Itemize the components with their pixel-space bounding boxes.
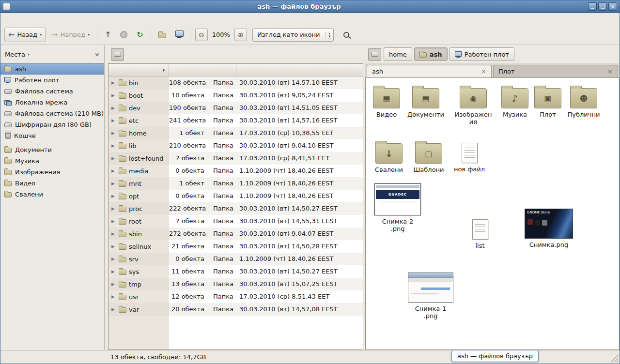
table-row[interactable]: srv 0 обекта Папка 1.10.2009 (чт) 18,40,… [108, 253, 363, 265]
sidebar-item[interactable]: Изображения [0, 167, 104, 178]
column-header[interactable] [169, 64, 209, 76]
path-button[interactable]: ash [414, 47, 448, 61]
icon-view-item[interactable]: GNOME Store Снимка.png [524, 209, 574, 248]
view-mode-select[interactable]: Изглед като икони [252, 28, 334, 42]
icon-view-item[interactable]: GUADEC Снимка-2.png [372, 183, 423, 232]
combo-spinner-icon[interactable] [325, 32, 331, 38]
search-button[interactable] [339, 28, 354, 42]
minimize-button[interactable] [588, 2, 597, 11]
icon-view-item[interactable]: Шаблони [409, 139, 448, 173]
sidebar-close-icon[interactable] [94, 51, 100, 58]
expander-icon[interactable] [111, 143, 116, 148]
table-row[interactable]: sys 11 обекта Папка 30.03.2010 (вт) 14,5… [108, 265, 363, 278]
expander-icon[interactable] [111, 244, 116, 249]
back-dropdown-icon[interactable] [40, 32, 42, 37]
table-row[interactable]: sbin 272 обекта Папка 30.03.2010 (вт) 9,… [108, 228, 363, 240]
sidebar-item[interactable]: Свалени [0, 189, 104, 200]
table-row[interactable]: home 1 обект Папка 17.03.2010 (ср) 10,38… [108, 127, 363, 139]
path-button[interactable]: home [384, 47, 412, 61]
expander-icon[interactable] [111, 206, 116, 211]
menu-item[interactable] [2, 17, 11, 20]
icon-view-item[interactable]: нов файл [450, 139, 489, 173]
stop-button[interactable] [117, 28, 131, 42]
tab[interactable]: ash [367, 65, 492, 77]
forward-dropdown-icon[interactable] [88, 32, 90, 37]
table-row[interactable]: proc 222 обекта Папка 30.03.2010 (вт) 14… [108, 202, 363, 215]
icon-view-item[interactable]: Свалени [370, 139, 408, 173]
table-row[interactable]: lib 210 обекта Папка 30.03.2010 (вт) 9,0… [108, 139, 363, 152]
menu-item[interactable] [41, 17, 50, 20]
zoom-out-button[interactable] [195, 29, 208, 41]
column-header[interactable] [108, 64, 169, 76]
tab-close-icon[interactable] [481, 68, 486, 75]
column-header[interactable] [209, 64, 236, 76]
table-row[interactable]: dev 190 обекта Папка 30.03.2010 (вт) 14,… [108, 102, 363, 114]
icon-view-item[interactable]: Публични [564, 84, 603, 118]
expander-icon[interactable] [111, 269, 116, 274]
expander-icon[interactable] [111, 168, 116, 173]
table-row[interactable]: etc 241 обекта Папка 30.03.2010 (вт) 14,… [108, 114, 363, 127]
computer-button[interactable] [172, 28, 187, 42]
titlebar[interactable]: ash — файлов браузър [0, 0, 620, 13]
table-row[interactable]: lost+found ? обекта Папка 17.03.2010 (ср… [108, 152, 363, 165]
icon-view-item[interactable]: Снимка-1.png [405, 273, 456, 319]
zoom-in-button[interactable] [234, 29, 247, 41]
menu-item[interactable] [12, 17, 21, 20]
expander-icon[interactable] [111, 194, 116, 198]
sidebar-item[interactable]: Локална мрежа [0, 97, 104, 108]
forward-button[interactable]: Напред [48, 28, 93, 42]
tab-close-icon[interactable] [607, 68, 613, 75]
expander-icon[interactable] [111, 156, 116, 161]
expander-icon[interactable] [111, 219, 116, 224]
sidebar-item[interactable]: ash [0, 63, 104, 75]
column-header[interactable] [236, 64, 363, 76]
table-row[interactable]: media 0 обекта Папка 1.10.2009 (чт) 18,4… [108, 165, 363, 177]
icon-view-item[interactable]: Плот [528, 84, 567, 118]
sidebar-item[interactable]: Файлова система [0, 86, 104, 97]
sidebar-item[interactable]: Документи [0, 144, 104, 155]
expander-icon[interactable] [111, 118, 116, 123]
back-button[interactable]: Назад [4, 28, 46, 42]
sidebar-item[interactable]: Музика [0, 155, 104, 167]
expander-icon[interactable] [111, 231, 116, 236]
root-location-button[interactable] [368, 48, 381, 61]
pane-splitter[interactable] [105, 45, 108, 350]
table-row[interactable]: selinux 21 обекта Папка 30.03.2010 (вт) … [108, 240, 363, 253]
path-button[interactable]: Работен плот [450, 47, 514, 61]
table-row[interactable]: mnt 1 обект Папка 1.10.2009 (чт) 18,40,2… [108, 177, 363, 190]
sidebar-item[interactable]: Шифриран дял (80 GB) [0, 119, 104, 130]
table-row[interactable]: bin 108 обекта Папка 30.03.2010 (вт) 14,… [108, 76, 363, 89]
icon-view-item[interactable]: Документи [406, 84, 445, 118]
expander-icon[interactable] [111, 106, 116, 110]
menu-item[interactable] [51, 17, 60, 20]
expander-icon[interactable] [111, 80, 116, 85]
resize-grip[interactable] [611, 355, 618, 362]
root-location-button[interactable] [111, 48, 124, 61]
table-row[interactable]: var 20 обекта Папка 30.03.2010 (вт) 14,5… [108, 303, 363, 316]
expander-icon[interactable] [111, 131, 116, 136]
table-row[interactable]: tmp 13 обекта Папка 30.03.2010 (вт) 15,0… [108, 278, 363, 290]
icon-view-item[interactable]: Изображения [454, 84, 493, 125]
sidebar-item[interactable]: Видео [0, 178, 104, 189]
menu-item[interactable] [22, 17, 31, 20]
icon-view-item[interactable]: Видео [367, 84, 406, 118]
sidebar-item[interactable]: Работен плот [0, 75, 104, 86]
expander-icon[interactable] [111, 93, 116, 98]
sidebar-mode-dropdown-icon[interactable] [28, 52, 30, 57]
expander-icon[interactable] [111, 307, 116, 312]
reload-button[interactable] [133, 28, 146, 42]
expander-icon[interactable] [111, 181, 116, 186]
table-row[interactable]: opt 0 обекта Папка 1.10.2009 (чт) 18,40,… [108, 190, 363, 202]
table-row[interactable]: root ? обекта Папка 30.03.2010 (вт) 14,5… [108, 215, 363, 228]
sidebar-item[interactable]: Кошче [0, 130, 104, 141]
expander-icon[interactable] [111, 257, 116, 261]
tab[interactable]: Плот [493, 65, 618, 77]
close-button[interactable] [608, 2, 617, 11]
expander-icon[interactable] [111, 282, 116, 287]
sidebar-item[interactable]: Файлова система (210 MB) [0, 108, 104, 119]
table-row[interactable]: boot 10 обекта Папка 30.03.2010 (вт) 9,0… [108, 89, 363, 102]
home-button[interactable] [155, 28, 170, 42]
maximize-button[interactable] [598, 2, 607, 11]
expander-icon[interactable] [111, 294, 116, 299]
menu-item[interactable] [31, 17, 40, 20]
